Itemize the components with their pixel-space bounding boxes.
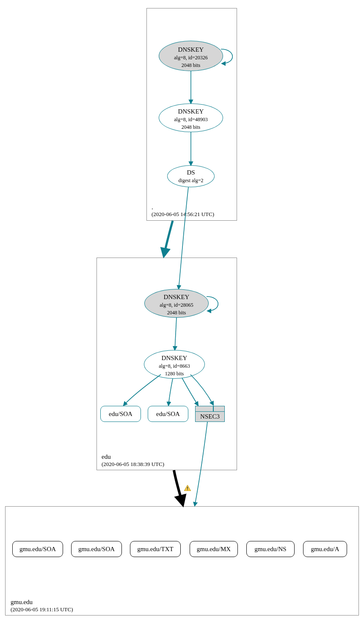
node-nsec3: NSEC3: [195, 406, 225, 422]
svg-rect-1: [187, 487, 188, 489]
warning-icon: [184, 485, 191, 491]
zone-gmu: [5, 506, 359, 616]
node-root-zsk: DNSKEY alg=8, id=48903 2048 bits: [159, 103, 223, 132]
node-root-ds: DS digest alg=2: [167, 165, 215, 187]
zone-gmu-time: (2020-06-05 19:11:15 UTC): [11, 606, 73, 613]
node-edu-zsk: DNSKEY alg=8, id=8663 1280 bits: [144, 350, 205, 379]
zone-root-time: (2020-06-05 14:56:21 UTC): [152, 211, 214, 218]
rr-gmu-soa-2: gmu.edu/SOA: [71, 541, 122, 557]
rr-edu-soa-2: edu/SOA: [148, 406, 188, 422]
rr-gmu-a: gmu.edu/A: [303, 541, 347, 557]
zone-edu-time: (2020-06-05 18:38:39 UTC): [102, 461, 164, 468]
node-edu-ksk: DNSKEY alg=8, id=28065 2048 bits: [144, 289, 209, 318]
zone-root-label: .: [152, 204, 153, 211]
rr-gmu-ns: gmu.edu/NS: [246, 541, 295, 557]
rr-edu-soa-1: edu/SOA: [100, 406, 141, 422]
zone-edu-label: edu: [102, 453, 111, 460]
svg-rect-2: [187, 489, 188, 490]
zone-gmu-label: gmu.edu: [11, 599, 33, 606]
node-root-ksk: DNSKEY alg=8, id=20326 2048 bits: [159, 41, 223, 71]
rr-gmu-mx: gmu.edu/MX: [190, 541, 238, 557]
nsec3-label: NSEC3: [195, 411, 225, 422]
rr-gmu-txt: gmu.edu/TXT: [130, 541, 181, 557]
rr-gmu-soa-1: gmu.edu/SOA: [12, 541, 63, 557]
